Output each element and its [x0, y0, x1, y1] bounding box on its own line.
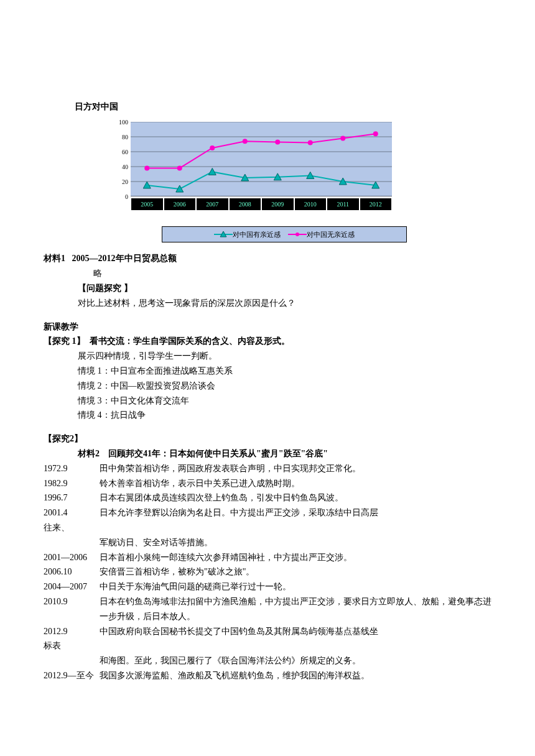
y-tick: 20 [113, 176, 128, 187]
timeline-date: 2012.9—至今 [44, 668, 100, 683]
timeline-date: 2001.4 [44, 505, 100, 520]
x-axis-labels: 20052006200720082009201020112012 [131, 198, 392, 211]
legend-label: 对中国有亲近感 [233, 229, 281, 241]
y-tick: 0 [113, 191, 128, 201]
material1-title: 2005—2012年中日贸易总额 [72, 254, 177, 263]
timeline-row: 1982.9铃木善幸首相访华，表示日中关系已进入成熟时期。 [44, 476, 491, 491]
timeline-row: 2012.9中国政府向联合国秘书长提交了中国钓鱼岛及其附属岛屿领海基点基线坐 [44, 624, 491, 639]
chart-svg [131, 122, 392, 196]
x-tick: 2009 [262, 198, 294, 210]
timeline-text: 和海图。至此，我国已履行了《联合国海洋法公约》所规定的义务。 [100, 653, 491, 668]
timeline-text: 日本在钓鱼岛海域非法扣留中方渔民渔船，中方提出严正交涉，要求日方立即放人、放船，… [100, 594, 491, 624]
explore1-row: 【探究 1】 看书交流：学生自学国际关系的含义、内容及形式。 [44, 334, 491, 349]
material2-row: 材料2 回顾邦交41年：日本如何使中日关系从"蜜月"跌至"谷底" [78, 446, 491, 461]
timeline-text-wrap: 往来、 [44, 520, 491, 535]
timeline-date: 2012.9 [44, 624, 100, 639]
x-tick: 2007 [197, 198, 228, 210]
timeline-row: 2010.9日本在钓鱼岛海域非法扣留中方渔民渔船，中方提出严正交涉，要求日方立即… [44, 594, 491, 624]
x-tick: 2011 [327, 198, 359, 210]
x-tick: 2010 [295, 198, 327, 210]
timeline-row: 2012.9—至今我国多次派海监船、渔政船及飞机巡航钓鱼岛，维护我国的海洋权益。 [44, 668, 491, 683]
explore1-lead: 展示四种情境，引导学生一一判断。 [78, 349, 491, 364]
svg-point-19 [308, 140, 313, 145]
timeline-date: 2004—2007 [44, 579, 100, 594]
timeline-row: 2001—2006日本首相小泉纯一郎连续六次参拜靖国神社，中方提出严正交涉。 [44, 550, 491, 565]
timeline-text: 田中角荣首相访华，两国政府发表联合声明，中日实现邦交正常化。 [100, 461, 491, 476]
svg-marker-8 [208, 168, 216, 175]
timeline-row: 2001.4日本允许李登辉以治病为名赴日。中方提出严正交涉，采取冻结中日高层 [44, 505, 491, 520]
explore1-s2: 情境 2：中国—欧盟投资贸易洽谈会 [78, 379, 491, 394]
y-tick: 100 [113, 116, 128, 127]
x-tick: 2006 [164, 198, 196, 210]
x-tick: 2012 [360, 198, 392, 210]
chart-container: 020406080100 200520062007200820092010201… [106, 117, 491, 243]
line-chart: 020406080100 200520062007200820092010201… [106, 117, 404, 210]
explore1-s4: 情境 4：抗日战争 [78, 408, 491, 423]
timeline-text: 中日关于东海油气田问题的磋商已举行过十一轮。 [100, 579, 491, 594]
svg-point-25 [295, 233, 299, 236]
legend-item-affinity: 对中国有亲近感 [214, 229, 281, 241]
timeline-text: 日本右翼团体成员连续四次登上钓鱼岛，引发中日钓鱼岛风波。 [100, 491, 491, 505]
timeline-text: 军舰访日、安全对话等措施。 [100, 535, 491, 550]
svg-point-16 [210, 145, 215, 150]
timeline-row: 1972.9田中角荣首相访华，两国政府发表联合声明，中日实现邦交正常化。 [44, 461, 491, 476]
material1-row: 材料1 2005—2012年中日贸易总额 [44, 251, 491, 266]
material1-detail: 略 [93, 266, 491, 281]
chart-legend: 对中国有亲近感 对中国无亲近感 [162, 226, 407, 243]
legend-item-noaffinity: 对中国无亲近感 [288, 229, 355, 241]
svg-point-20 [340, 136, 345, 141]
timeline-text: 我国多次派海监船、渔政船及飞机巡航钓鱼岛，维护我国的海洋权益。 [100, 668, 491, 683]
timeline-date: 2006.10 [44, 565, 100, 579]
x-tick: 2008 [230, 198, 261, 210]
y-tick: 40 [113, 161, 128, 172]
legend-label: 对中国无亲近感 [307, 229, 355, 241]
timeline-row: 2004—2007中日关于东海油气田问题的磋商已举行过十一轮。 [44, 579, 491, 594]
timeline-text-wrap: 标表 [44, 638, 491, 653]
timeline-date: 2010.9 [44, 594, 100, 624]
svg-point-17 [243, 139, 248, 144]
x-tick: 2005 [131, 198, 163, 210]
chart-title: 日方对中国 [75, 99, 491, 114]
timeline-date: 1972.9 [44, 461, 100, 476]
y-tick: 80 [113, 131, 128, 142]
explore2-label: 【探究2】 [44, 431, 491, 446]
timeline-date: 1982.9 [44, 476, 100, 491]
y-tick: 60 [113, 146, 128, 157]
timeline-text: 安倍晋三首相访华，被称为"破冰之旅"。 [100, 565, 491, 579]
timeline-date: 2001—2006 [44, 550, 100, 565]
timeline-text: 铃木善幸首相访华，表示日中关系已进入成熟时期。 [100, 476, 491, 491]
timeline-date: 1996.7 [44, 491, 100, 505]
teaching-header: 新课教学 [44, 320, 491, 334]
explore1-label: 【探究 1】 [44, 336, 85, 346]
inquiry-question: 对比上述材料，思考这一现象背后的深层次原因是什么？ [78, 296, 491, 311]
timeline-row: 1996.7日本右翼团体成员连续四次登上钓鱼岛，引发中日钓鱼岛风波。 [44, 491, 491, 505]
material2-label: 材料2 [78, 449, 100, 458]
svg-point-18 [275, 139, 280, 144]
svg-point-14 [144, 165, 149, 170]
material2-title: 回顾邦交41年：日本如何使中日关系从"蜜月"跌至"谷底" [108, 449, 328, 458]
explore1-s3: 情境 3：中日文化体育交流年 [78, 394, 491, 408]
timeline-text: 日本允许李登辉以治病为名赴日。中方提出严正交涉，采取冻结中日高层 [100, 505, 491, 520]
svg-point-15 [177, 165, 182, 170]
timeline-row: 和海图。至此，我国已履行了《联合国海洋法公约》所规定的义务。 [44, 653, 491, 668]
inquiry-label: 【问题探究 】 [78, 281, 491, 296]
timeline-text: 中国政府向联合国秘书长提交了中国钓鱼岛及其附属岛屿领海基点基线坐 [100, 624, 491, 639]
timeline-row: 2006.10安倍晋三首相访华，被称为"破冰之旅"。 [44, 565, 491, 579]
svg-point-21 [373, 131, 378, 136]
timeline-row: 军舰访日、安全对话等措施。 [44, 535, 491, 550]
explore1-s1: 情境 1：中日宣布全面推进战略互惠关系 [78, 364, 491, 379]
timeline-text: 日本首相小泉纯一郎连续六次参拜靖国神社，中方提出严正交涉。 [100, 550, 491, 565]
explore1-title: 看书交流：学生自学国际关系的含义、内容及形式。 [90, 336, 290, 346]
material1-label: 材料1 [44, 254, 65, 263]
timeline: 1972.9田中角荣首相访华，两国政府发表联合声明，中日实现邦交正常化。1982… [44, 461, 491, 683]
